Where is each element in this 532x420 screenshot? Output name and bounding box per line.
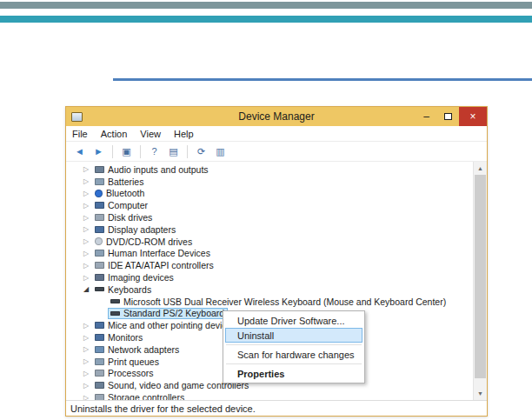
tree-label: Audio inputs and outputs [108, 164, 209, 175]
back-arrow-icon[interactable]: ◄ [71, 143, 88, 159]
processor-icon [95, 370, 104, 377]
mouse-icon [95, 322, 104, 329]
expand-arrow-icon[interactable]: ▷ [80, 177, 92, 185]
context-menu: Update Driver Software...UninstallScan f… [223, 310, 365, 383]
tree-entry: Human Interface Devices [92, 248, 214, 259]
expand-arrow-icon[interactable]: ▷ [80, 382, 92, 390]
expand-arrow-icon[interactable]: ▷ [80, 165, 92, 173]
tree-item-audio-inputs-and-outputs[interactable]: ▷Audio inputs and outputs [66, 163, 473, 176]
tree-label: Human Interface Devices [108, 248, 210, 258]
tree-entry: IDE ATA/ATAPI controllers [92, 260, 217, 271]
tree-entry: Microsoft USB Dual Receiver Wireless Key… [108, 296, 449, 307]
disk-drive-icon [95, 214, 104, 221]
menu-action[interactable]: Action [101, 129, 128, 139]
scroll-down-button[interactable]: ▼ [474, 387, 487, 400]
status-bar: Uninstalls the driver for the selected d… [66, 400, 487, 416]
properties-icon[interactable]: ▤ [165, 143, 182, 159]
accent-line [113, 78, 532, 81]
tree-item-computer[interactable]: ▷Computer [66, 199, 473, 211]
tree-label: Processors [108, 368, 154, 378]
tree-label: Disk drives [108, 212, 152, 223]
help-icon[interactable]: ? [146, 143, 163, 159]
tree-item-microsoft-usb-dual-receiver-wireless-keyboard[interactable]: Microsoft USB Dual Receiver Wireless Key… [66, 296, 473, 308]
tree-label: Print queues [108, 357, 159, 367]
expand-arrow-icon[interactable]: ▷ [80, 357, 92, 365]
tree-entry: Display adapters [92, 223, 179, 235]
context-menu-item-uninstall[interactable]: Uninstall [225, 328, 362, 343]
expand-arrow-icon[interactable]: ▷ [80, 334, 92, 342]
titlebar[interactable]: Device Manager – × [66, 107, 487, 126]
toolbar-separator [112, 145, 113, 158]
toolbar-separator [187, 145, 188, 158]
console-window-icon[interactable]: ▣ [118, 143, 135, 159]
maximize-button[interactable] [437, 107, 459, 126]
tree-entry: Bluetooth [92, 188, 148, 199]
tree-label: Imaging devices [108, 272, 174, 283]
close-button[interactable]: × [459, 107, 487, 126]
context-menu-item-scan-for-hardware-changes[interactable]: Scan for hardware changes [225, 347, 362, 362]
expand-arrow-icon[interactable]: ▷ [80, 237, 92, 245]
expand-arrow-icon[interactable]: ▷ [80, 345, 92, 353]
tree-entry: Network adapters [92, 343, 183, 355]
expand-arrow-icon[interactable]: ▷ [80, 370, 92, 377]
window-icon [71, 112, 83, 122]
uninstall-device-icon[interactable]: ▥ [212, 143, 229, 159]
tree-item-keyboards[interactable]: ◢Keyboards [66, 283, 473, 296]
hid-icon [95, 250, 104, 257]
scrollbar[interactable]: ▲ ▼ [473, 162, 487, 400]
tree-item-disk-drives[interactable]: ▷Disk drives [66, 211, 473, 223]
tree-entry: DVD/CD-ROM drives [92, 236, 196, 247]
expand-arrow-icon[interactable]: ▷ [80, 394, 92, 400]
tree-item-ide-ata-atapi-controllers[interactable]: ▷IDE ATA/ATAPI controllers [66, 259, 473, 271]
tree-item-storage-controllers[interactable]: ▷Storage controllers [66, 391, 473, 400]
expand-arrow-icon[interactable]: ▷ [80, 202, 92, 210]
expand-arrow-icon[interactable]: ▷ [80, 262, 92, 270]
context-menu-item-update-driver-software[interactable]: Update Driver Software... [225, 313, 362, 328]
expand-arrow-icon[interactable]: ▷ [80, 190, 92, 197]
monitor-icon [95, 334, 104, 341]
tree-entry: Print queues [92, 356, 163, 367]
menu-bar: FileActionViewHelp [66, 126, 487, 142]
expand-arrow-icon[interactable]: ▷ [80, 274, 92, 282]
menu-view[interactable]: View [140, 129, 161, 139]
tree-item-dvd-cd-rom-drives[interactable]: ▷DVD/CD-ROM drives [66, 236, 473, 248]
menu-file[interactable]: File [72, 129, 88, 139]
tree-label: Display adapters [108, 224, 176, 235]
scroll-thumb[interactable] [475, 175, 486, 378]
expand-arrow-icon[interactable]: ▷ [80, 250, 92, 257]
tree-label: Batteries [108, 177, 143, 187]
tree-label: Keyboards [108, 284, 151, 295]
menu-help[interactable]: Help [174, 129, 194, 139]
tree-label: Standard PS/2 Keyboard [123, 308, 224, 318]
network-icon [95, 346, 104, 353]
decor-bar-secondary [0, 16, 532, 23]
tree-entry: Computer [92, 200, 151, 211]
tree-item-imaging-devices[interactable]: ▷Imaging devices [66, 271, 473, 283]
controller-icon [95, 262, 104, 269]
camera-icon [95, 274, 104, 281]
expand-arrow-icon[interactable]: ▷ [80, 214, 92, 222]
minimize-button[interactable]: – [416, 107, 437, 126]
tree-label: DVD/CD-ROM drives [106, 237, 192, 247]
tree-label: Bluetooth [106, 188, 144, 198]
tree-item-display-adapters[interactable]: ▷Display adapters [66, 223, 473, 236]
scan-hardware-changes-icon[interactable]: ⟳ [193, 143, 209, 159]
tree-item-human-interface-devices[interactable]: ▷Human Interface Devices [66, 248, 473, 260]
tree-label: IDE ATA/ATAPI controllers [108, 260, 214, 270]
sound-icon [95, 382, 104, 389]
tree-item-batteries[interactable]: ▷Batteries [66, 176, 473, 188]
bluetooth-icon [95, 190, 103, 197]
forward-arrow-icon[interactable]: ► [90, 143, 107, 159]
collapse-arrow-icon[interactable]: ◢ [80, 285, 92, 293]
battery-icon [95, 178, 104, 185]
expand-arrow-icon[interactable]: ▷ [80, 225, 92, 233]
tree-item-bluetooth[interactable]: ▷Bluetooth [66, 188, 473, 200]
keyboard-icon [95, 287, 104, 291]
disc-icon [95, 237, 103, 245]
expand-arrow-icon[interactable]: ▷ [80, 322, 92, 330]
speaker-icon [95, 166, 104, 173]
scroll-track[interactable] [474, 175, 487, 387]
decor-bar-primary [0, 2, 532, 9]
scroll-up-button[interactable]: ▲ [474, 162, 487, 175]
context-menu-item-properties[interactable]: Properties [225, 366, 362, 381]
